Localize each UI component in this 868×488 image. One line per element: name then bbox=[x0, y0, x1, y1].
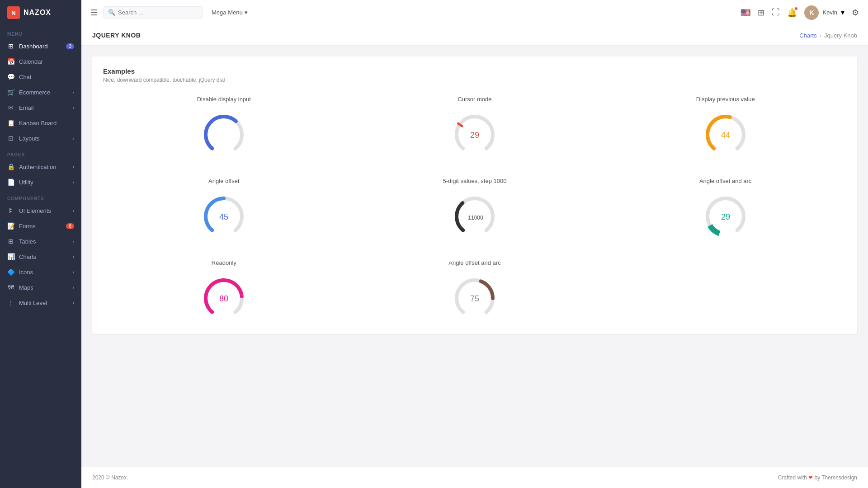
sidebar-item-label: Utility bbox=[19, 179, 33, 186]
chevron-right-icon: › bbox=[73, 270, 74, 275]
sidebar-item-email[interactable]: ✉ Email › bbox=[0, 100, 81, 115]
user-name: Kevin bbox=[822, 9, 837, 16]
knob-value-angle-offset-arc: 29 bbox=[721, 212, 730, 221]
dashboard-badge: 3 bbox=[66, 43, 74, 49]
card-title: Examples bbox=[103, 67, 846, 75]
knob-item-angle-offset-arc-2: Angle offset and arc75 bbox=[354, 259, 596, 323]
sidebar-item-layouts[interactable]: ⊡ Layouts › bbox=[0, 131, 81, 146]
sidebar-item-kanban[interactable]: 📋 Kanban Board bbox=[0, 115, 81, 131]
breadcrumb-parent[interactable]: Charts bbox=[799, 32, 816, 39]
sidebar-section-components: COMPONENTS bbox=[0, 190, 81, 203]
knob-svg-5digit-values: -11000 bbox=[450, 192, 500, 241]
knob-value-display-previous-value: 44 bbox=[721, 131, 730, 140]
chevron-right-icon: › bbox=[73, 136, 74, 141]
sidebar-item-ecommerce[interactable]: 🛒 Ecommerce › bbox=[0, 84, 81, 100]
tables-icon: ⊞ bbox=[7, 238, 14, 245]
notification-icon[interactable]: 🔔 bbox=[787, 8, 797, 18]
sidebar-item-label: Kanban Board bbox=[19, 120, 57, 127]
knob-value-5digit-values: -11000 bbox=[466, 215, 483, 221]
sidebar-section-pages: PAGES bbox=[0, 146, 81, 159]
sidebar-item-calendar[interactable]: 📅 Calendar bbox=[0, 54, 81, 69]
hamburger-icon[interactable]: ☰ bbox=[90, 8, 98, 18]
utility-icon: 📄 bbox=[7, 178, 14, 186]
sidebar-item-ui-elements[interactable]: 🎛 UI Elements › bbox=[0, 203, 81, 218]
chevron-right-icon: › bbox=[73, 285, 74, 290]
chevron-right-icon: › bbox=[73, 164, 74, 169]
sidebar-item-dashboard[interactable]: ⊞ Dashboard 3 bbox=[0, 38, 81, 54]
ecommerce-icon: 🛒 bbox=[7, 89, 14, 96]
chevron-right-icon: › bbox=[73, 90, 74, 95]
knob-value-readonly: 80 bbox=[219, 294, 228, 303]
maps-icon: 🗺 bbox=[7, 284, 14, 291]
card-subtitle: Nice, downward compatible, touchable, jQ… bbox=[103, 77, 846, 83]
heart-icon: ❤ bbox=[808, 474, 813, 481]
topbar: ☰ 🔍 Mega Menu ▾ 🇺🇸 ⊞ ⛶ 🔔 K Kevin ▾ bbox=[81, 0, 868, 25]
fullscreen-icon[interactable]: ⛶ bbox=[772, 8, 780, 17]
kanban-icon: 📋 bbox=[7, 119, 14, 127]
mega-menu-button[interactable]: Mega Menu ▾ bbox=[208, 7, 251, 18]
sidebar-item-label: Ecommerce bbox=[19, 89, 50, 96]
page-title: JQUERY KNOB bbox=[92, 32, 141, 39]
chevron-right-icon: › bbox=[73, 239, 74, 244]
breadcrumb-bar: JQUERY KNOB Charts › Jquery Knob bbox=[81, 25, 868, 46]
knob-svg-angle-offset: 45 bbox=[199, 192, 249, 241]
sidebar-item-authentication[interactable]: 🔒 Authentication › bbox=[0, 159, 81, 174]
logo-icon: N bbox=[7, 6, 20, 19]
avatar: K bbox=[804, 5, 819, 20]
sidebar-item-forms[interactable]: 📝 Forms 6 bbox=[0, 218, 81, 234]
chevron-right-icon: › bbox=[73, 180, 74, 185]
dashboard-icon: ⊞ bbox=[7, 42, 14, 50]
knob-item-angle-offset-arc: Angle offset and arc29 bbox=[604, 178, 846, 241]
sidebar-item-label: Chat bbox=[19, 74, 31, 80]
knob-label-display-previous-value: Display previous value bbox=[696, 96, 755, 103]
sidebar-item-charts[interactable]: 📊 Charts › bbox=[0, 249, 81, 264]
user-area[interactable]: K Kevin ▾ bbox=[804, 5, 844, 20]
knob-svg-readonly: 80 bbox=[199, 273, 249, 323]
main-card: Examples Nice, downward compatible, touc… bbox=[92, 56, 857, 334]
chevron-right-icon: › bbox=[73, 105, 74, 110]
settings-icon[interactable]: ⚙ bbox=[852, 8, 859, 18]
knob-value-cursor-mode: 29 bbox=[470, 131, 479, 140]
chevron-right-icon: › bbox=[73, 300, 74, 305]
search-box[interactable]: 🔍 bbox=[103, 6, 203, 19]
breadcrumb-separator: › bbox=[820, 32, 821, 39]
ui-elements-icon: 🎛 bbox=[7, 207, 14, 214]
chevron-right-icon: › bbox=[73, 254, 74, 259]
sidebar-item-label: Email bbox=[19, 104, 34, 111]
apps-icon[interactable]: ⊞ bbox=[758, 8, 764, 18]
sidebar-item-maps[interactable]: 🗺 Maps › bbox=[0, 280, 81, 295]
knob-item-readonly: Readonly80 bbox=[103, 259, 345, 323]
chevron-right-icon: › bbox=[73, 208, 74, 213]
sidebar-item-label: Layouts bbox=[19, 135, 40, 142]
knob-svg-display-previous-value: 44 bbox=[701, 110, 750, 160]
sidebar-item-utility[interactable]: 📄 Utility › bbox=[0, 174, 81, 190]
sidebar-item-label: Calendar bbox=[19, 58, 43, 65]
sidebar-item-multilevel[interactable]: ⋮ Multi Level › bbox=[0, 295, 81, 310]
mega-menu-label: Mega Menu bbox=[212, 9, 243, 16]
sidebar-item-tables[interactable]: ⊞ Tables › bbox=[0, 234, 81, 249]
calendar-icon: 📅 bbox=[7, 58, 14, 65]
knob-label-cursor-mode: Cursor mode bbox=[458, 96, 491, 103]
logo-area: N NAZOX bbox=[0, 0, 81, 25]
sidebar-item-label: Forms bbox=[19, 223, 36, 230]
knob-label-angle-offset: Angle offset bbox=[208, 178, 239, 184]
multilevel-icon: ⋮ bbox=[7, 299, 14, 306]
knob-label-readonly: Readonly bbox=[212, 259, 236, 266]
knob-svg-cursor-mode: 29 bbox=[450, 110, 500, 160]
sidebar-item-label: Charts bbox=[19, 253, 36, 260]
breadcrumb: Charts › Jquery Knob bbox=[799, 32, 857, 39]
knob-svg-angle-offset-arc-2: 75 bbox=[450, 273, 500, 323]
email-icon: ✉ bbox=[7, 104, 14, 111]
forms-icon: 📝 bbox=[7, 222, 14, 230]
search-input[interactable] bbox=[118, 9, 190, 16]
breadcrumb-current: Jquery Knob bbox=[824, 32, 857, 39]
sidebar-item-label: Icons bbox=[19, 269, 33, 276]
knob-grid: Disable display inputCursor mode29Displa… bbox=[103, 96, 846, 323]
layouts-icon: ⊡ bbox=[7, 135, 14, 142]
user-chevron-icon: ▾ bbox=[841, 8, 844, 17]
sidebar-item-label: Maps bbox=[19, 284, 33, 291]
footer: 2020 © Nazox. Crafted with ❤ by Themesde… bbox=[81, 467, 868, 488]
sidebar-item-chat[interactable]: 💬 Chat bbox=[0, 69, 81, 84]
sidebar-item-icons[interactable]: 🔷 Icons › bbox=[0, 264, 81, 280]
flag-icon[interactable]: 🇺🇸 bbox=[741, 8, 750, 18]
